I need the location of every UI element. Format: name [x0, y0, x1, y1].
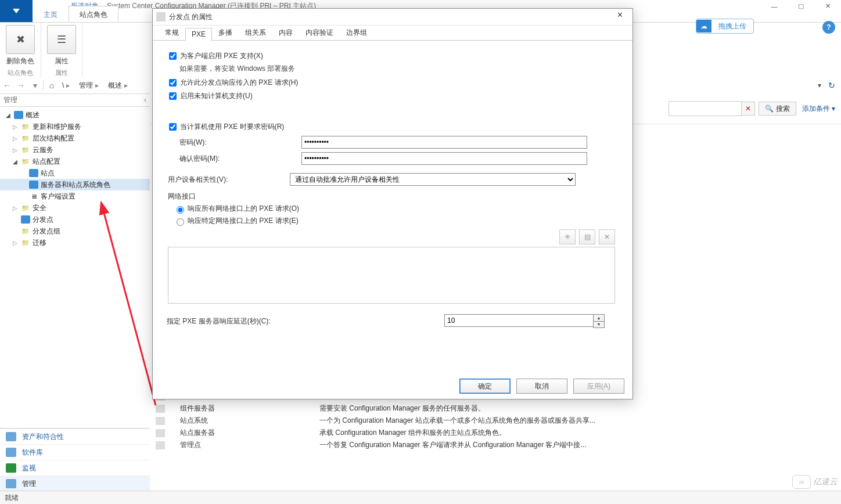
pin-icon[interactable]: ‹: [144, 96, 146, 104]
dialog-tabs: 常规 PXE 多播 组关系 内容 内容验证 边界组: [153, 26, 632, 41]
dialog-footer: 确定 取消 应用(A): [153, 373, 632, 399]
net-edit-button[interactable]: ▤: [579, 229, 595, 244]
enable-pxe-sub: 如果需要，将安装 Windows 部署服务: [179, 64, 616, 74]
watermark-icon: ∞: [792, 475, 811, 489]
tab-site-role[interactable]: 站点角色: [69, 6, 118, 22]
list-item[interactable]: 站点服务器承载 Configuration Manager 组件和服务的主站点系…: [150, 427, 841, 439]
wunder-admin[interactable]: 管理: [0, 476, 150, 491]
status-bar: 就绪: [0, 491, 841, 504]
file-menu-button[interactable]: [0, 0, 33, 22]
node-servers[interactable]: 服务器和站点系统角色: [0, 179, 150, 190]
node-sites[interactable]: 站点: [0, 167, 150, 179]
spinner-delay[interactable]: ▲▼: [444, 314, 605, 328]
refresh-button[interactable]: ↻: [825, 81, 839, 90]
nav-up[interactable]: ▾: [28, 78, 42, 92]
minimize-button[interactable]: —: [761, 0, 788, 12]
close-button[interactable]: ✕: [814, 0, 841, 12]
input-confirm[interactable]: [301, 152, 587, 165]
search-area: ✕ 🔍搜索 添加条件 ▾: [669, 101, 835, 116]
nav-tree: 概述 更新和维护服务 层次结构配置 云服务 站点配置 站点 服务器和站点系统角色…: [0, 107, 150, 428]
label-confirm: 确认密码(M):: [167, 154, 301, 164]
properties-icon[interactable]: ☰: [47, 25, 76, 54]
list-item[interactable]: 管理点一个答复 Configuration Manager 客户端请求并从 Co…: [150, 439, 841, 451]
list-item[interactable]: 站点系统一个为 Configuration Manager 站点承载一个或多个站…: [150, 415, 841, 427]
nav-header: 管理 ‹: [0, 93, 150, 107]
node-dpgroup[interactable]: 分发点组: [0, 225, 150, 237]
radio-net-specific[interactable]: 响应特定网络接口上的 PXE 请求(E): [174, 216, 616, 226]
net-del-button[interactable]: ✕: [599, 229, 615, 244]
dialog-close-button[interactable]: ✕: [610, 10, 629, 23]
node-security[interactable]: 安全: [0, 202, 150, 214]
node-updates[interactable]: 更新和维护服务: [0, 121, 150, 132]
delete-role-icon[interactable]: ✖: [6, 25, 35, 54]
tab-pxe[interactable]: PXE: [185, 28, 212, 41]
drag-upload-pill[interactable]: ☁ 拖拽上传: [696, 19, 754, 34]
search-input[interactable]: [669, 101, 742, 116]
dialog-titlebar[interactable]: 分发点 的属性 ✕: [153, 9, 632, 26]
node-dp[interactable]: 分发点: [0, 214, 150, 225]
nav-pane: 管理 ‹ 概述 更新和维护服务 层次结构配置 云服务 站点配置 站点 服务器和站…: [0, 93, 150, 491]
search-button[interactable]: 🔍搜索: [759, 102, 796, 116]
row-delay: 指定 PXE 服务器响应延迟(秒)(C): ▲▼: [167, 314, 616, 328]
cancel-button[interactable]: 取消: [516, 379, 567, 394]
wunder-assets[interactable]: 资产和符合性: [0, 429, 150, 444]
watermark: ∞ 亿速云: [792, 475, 838, 489]
crumb-admin[interactable]: 管理▸: [76, 81, 105, 91]
node-hierarchy[interactable]: 层次结构配置: [0, 132, 150, 144]
spin-up[interactable]: ▲: [594, 315, 604, 322]
node-overview[interactable]: 概述: [0, 109, 150, 121]
delete-role-label: 删除角色: [6, 56, 35, 66]
wunder-softlib[interactable]: 软件库: [0, 444, 150, 460]
ribbon-group-props: ☰ 属性 属性: [41, 23, 82, 78]
nav-home-icon[interactable]: ⌂: [45, 78, 59, 92]
dialog-title: 分发点 的属性: [169, 12, 610, 22]
tab-grouprel[interactable]: 组关系: [239, 26, 272, 40]
node-cloud[interactable]: 云服务: [0, 144, 150, 156]
maximize-button[interactable]: ▢: [788, 0, 814, 12]
nav-fwd[interactable]: →: [14, 78, 28, 92]
chk-require-pw[interactable]: 当计算机使用 PXE 时要求密码(R): [167, 121, 616, 132]
crumb-root[interactable]: \▸: [59, 81, 76, 89]
help-icon[interactable]: ?: [822, 21, 835, 34]
tab-boundary[interactable]: 边界组: [340, 26, 373, 40]
tab-general[interactable]: 常规: [159, 26, 185, 40]
add-condition-link[interactable]: 添加条件 ▾: [802, 104, 835, 114]
node-migration[interactable]: 迁移: [0, 237, 150, 249]
wunder-monitor[interactable]: 监视: [0, 460, 150, 476]
chk-unknown[interactable]: 启用未知计算机支持(U): [167, 91, 616, 102]
window-buttons: — ▢ ✕: [761, 0, 841, 12]
input-password[interactable]: [301, 136, 587, 149]
drag-upload-label: 拖拽上传: [711, 21, 753, 31]
nav-back[interactable]: ←: [0, 78, 14, 92]
addr-dropdown[interactable]: ▾: [814, 81, 825, 89]
net-toolbar: ✳ ▤ ✕: [168, 229, 615, 244]
node-siteconfig[interactable]: 站点配置: [0, 156, 150, 167]
tab-multicast[interactable]: 多播: [212, 26, 239, 40]
input-delay[interactable]: [444, 314, 593, 327]
row-password: 密码(W):: [167, 136, 616, 149]
row-confirm: 确认密码(M):: [167, 152, 616, 165]
crumb-overview[interactable]: 概述▸: [105, 81, 134, 91]
ribbon-tabstrip: 主页 站点角色: [0, 0, 118, 22]
wunderbar: 资产和符合性 软件库 监视 管理: [0, 428, 150, 491]
chk-allow-incoming[interactable]: 允许此分发点响应传入的 PXE 请求(H): [167, 77, 616, 88]
nav-header-label: 管理: [3, 95, 17, 105]
properties-label: 属性: [47, 56, 76, 66]
tab-contentval[interactable]: 内容验证: [299, 26, 340, 40]
label-delay: 指定 PXE 服务器响应延迟(秒)(C):: [167, 316, 444, 326]
radio-net-all[interactable]: 响应所有网络接口上的 PXE 请求(O): [174, 204, 616, 214]
net-interface-list[interactable]: [168, 247, 615, 304]
spin-down[interactable]: ▼: [594, 322, 604, 328]
list-item[interactable]: 组件服务器需要安装 Configuration Manager 服务的任何服务器…: [150, 402, 841, 415]
select-uda[interactable]: 通过自动批准允许用户设备相关性: [290, 173, 576, 186]
search-clear-button[interactable]: ✕: [741, 102, 755, 116]
tab-content[interactable]: 内容: [272, 26, 299, 40]
node-client[interactable]: 客户端设置: [0, 190, 150, 202]
tab-home[interactable]: 主页: [33, 6, 69, 22]
apply-button[interactable]: 应用(A): [573, 379, 624, 394]
watermark-text: 亿速云: [813, 477, 838, 487]
ok-button[interactable]: 确定: [459, 379, 511, 394]
ribbon-group-siterole: ✖ 删除角色 站点角色: [0, 23, 41, 78]
net-add-button[interactable]: ✳: [559, 229, 576, 244]
chk-enable-pxe[interactable]: 为客户端启用 PXE 支持(X): [167, 51, 616, 62]
